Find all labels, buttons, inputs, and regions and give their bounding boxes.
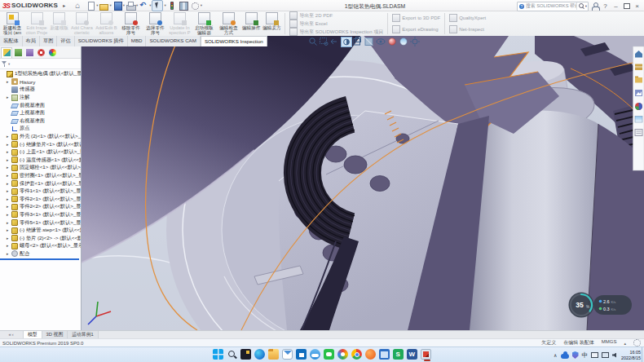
search-icon[interactable] xyxy=(576,2,584,10)
quick-access-button[interactable] xyxy=(73,1,85,11)
tree-item[interactable]: ▸ 零件1<1> (默认<<默认>_显示状态 xyxy=(0,188,81,196)
export-item[interactable]: 导出至 Excel xyxy=(289,20,383,28)
export-item[interactable]: QualityXpert xyxy=(449,14,486,22)
microsoft-store-icon[interactable] xyxy=(296,349,307,360)
tree-item[interactable]: ▸ 密封圈<1> (默认<<默认>_显示状 xyxy=(0,172,81,180)
keyboard-icon[interactable] xyxy=(591,352,598,358)
ribbon-button[interactable]: 启动模板编辑器 xyxy=(192,11,216,36)
export-item[interactable]: Net-Inspect xyxy=(449,25,486,33)
chrome-icon[interactable] xyxy=(351,349,362,360)
section-view-icon[interactable] xyxy=(342,38,352,47)
device-app-icon[interactable] xyxy=(379,349,390,360)
command-tab[interactable]: 评估 xyxy=(57,36,74,46)
tree-item[interactable]: ▸ 外壳 (2)<1> (默认<<默认>_显示状 xyxy=(0,133,81,141)
tree-item[interactable]: ▸ (-) 绝缘垫片<1> (默认<<默认>_显 xyxy=(0,140,81,148)
tree-item[interactable]: ▸ (-) 绝缘管.step<1> (默认<<默认> xyxy=(0,227,81,235)
tree-filter-row[interactable]: ▾ xyxy=(0,59,81,69)
volume-icon[interactable] xyxy=(612,353,616,358)
tree-item[interactable]: 原点 xyxy=(0,125,81,133)
display-tray-icon[interactable] xyxy=(602,352,609,358)
search-dropdown-icon[interactable]: ▾ xyxy=(585,4,587,8)
performance-overlay[interactable]: 2.6 K/s 0.3 K/s 35 % xyxy=(569,293,633,318)
quick-access-button[interactable]: ▾ xyxy=(138,1,151,11)
document-tab[interactable]: 运动算例1 xyxy=(68,331,98,338)
ribbon-button[interactable]: Update Inspection Project xyxy=(168,11,192,36)
clock[interactable]: 16:05 2022/8/15 xyxy=(621,350,641,360)
status-item[interactable]: 欠定义 xyxy=(541,339,556,347)
custom-properties-icon[interactable] xyxy=(635,130,642,136)
windows-start-icon[interactable] xyxy=(213,349,223,360)
view-palette-icon[interactable] xyxy=(635,90,642,96)
ribbon-button[interactable]: 选择零件序号 xyxy=(143,11,167,36)
units-caret-icon[interactable]: ▴ xyxy=(624,341,626,346)
filter-caret-icon[interactable]: ▾ xyxy=(8,62,10,66)
dropdown-caret-icon[interactable]: ▾ xyxy=(201,3,202,7)
restore-button[interactable] xyxy=(621,1,632,11)
green-s-app-icon[interactable] xyxy=(393,349,404,360)
tree-item[interactable]: 传感器 xyxy=(0,86,81,94)
minimize-button[interactable]: – xyxy=(611,2,621,10)
help-button[interactable]: ? xyxy=(600,2,611,10)
edge-browser-icon[interactable] xyxy=(254,349,265,360)
rollback-bar[interactable] xyxy=(0,258,79,260)
export-item[interactable]: 导出至 2D PDF xyxy=(289,11,383,20)
model-geometry[interactable] xyxy=(82,36,644,330)
panel-tab[interactable] xyxy=(24,47,35,58)
panel-tab[interactable] xyxy=(46,47,58,58)
tree-item[interactable]: ▸ 零件3<1> (默认<<默认>_显示状态 xyxy=(0,211,81,219)
ime-language-indicator[interactable]: 中 xyxy=(582,350,589,360)
tab-scroll-arrows[interactable]: «‹ xyxy=(0,331,24,338)
command-tab[interactable]: 装配体 xyxy=(0,36,23,46)
3d-viewport[interactable]: 2.6 K/s 0.3 K/s 35 % xyxy=(82,36,644,330)
status-item[interactable]: 在编辑 装配体 xyxy=(563,339,594,347)
taskbar-search-icon[interactable] xyxy=(227,349,237,360)
quick-access-button[interactable]: ▾ xyxy=(151,0,165,11)
ribbon-button[interactable]: 编辑检查方式 xyxy=(217,11,240,36)
scenes-icon[interactable] xyxy=(635,117,642,123)
document-tab[interactable]: 模型 xyxy=(24,331,42,338)
quick-access-button[interactable] xyxy=(166,1,178,11)
tree-item[interactable]: 右视基准面 xyxy=(0,117,81,126)
document-tab[interactable]: 3D 视图 xyxy=(42,331,68,338)
tree-item[interactable]: ▸ (-) 上盖<1> (默认<<默认>_显示状 xyxy=(0,148,81,157)
tree-item[interactable]: ▸ History xyxy=(0,78,81,86)
file-explorer-icon[interactable] xyxy=(268,349,279,360)
tree-item[interactable]: ▸ 配合 xyxy=(0,250,81,258)
tree-item[interactable]: ▸ 保护套<1> (默认<<默认>_显示状 xyxy=(0,179,81,188)
tree-item[interactable]: ▸ 螺母<2> (默认<<默认>_显示状态 xyxy=(0,242,81,250)
tree-item[interactable]: ▸ 零件5<1> (默认<<默认>_显示状态 xyxy=(0,219,81,227)
ribbon-button[interactable]: 编辑卖方 xyxy=(262,11,281,36)
panel-tab[interactable] xyxy=(35,47,46,58)
quick-access-button[interactable] xyxy=(178,1,189,11)
command-tab[interactable]: SOLIDWORKS 插件 xyxy=(75,36,128,46)
photos-icon[interactable] xyxy=(337,349,348,360)
menu-expander-icon[interactable]: ▸ xyxy=(63,2,65,8)
tree-item[interactable]: ▸ (-) 温度传感器<1> (默认<<默认>_ xyxy=(0,157,81,165)
command-tab[interactable]: 布局 xyxy=(23,36,40,46)
tree-item[interactable]: ▸ 零件2<1> (默认<<默认>_显示状态 xyxy=(0,196,81,204)
quick-access-button[interactable]: ▾ xyxy=(85,1,98,11)
status-item[interactable]: MMGS xyxy=(602,339,617,347)
export-item[interactable]: 导出至 SOLIDWORKS Inspection 项目 xyxy=(289,28,383,36)
command-tab[interactable]: SOLIDWORKS Inspection xyxy=(201,36,267,46)
tray-chevron-up-icon[interactable]: ∧ xyxy=(554,352,557,358)
solidworks-app-icon[interactable] xyxy=(421,349,431,360)
ribbon-button[interactable]: 编辑操作 xyxy=(241,11,261,36)
tree-item[interactable]: ▸ 注解 xyxy=(0,94,81,102)
ribbon-button[interactable]: 新建检查项目 (amp;N) xyxy=(1,11,24,36)
command-tab[interactable]: SOLIDWORKS CAM xyxy=(146,36,200,46)
close-button[interactable]: × xyxy=(632,2,642,10)
export-item[interactable]: Export eDrawing xyxy=(392,25,440,33)
tree-item[interactable]: ▸ 零件2<2> (默认<<默认>_显示状态 xyxy=(0,203,81,211)
defender-shield-icon[interactable] xyxy=(572,351,579,359)
quick-access-button[interactable]: ▾ xyxy=(112,1,125,11)
edit-appearance-icon[interactable] xyxy=(389,38,395,45)
quick-access-button[interactable]: ▾ xyxy=(189,1,202,11)
help-search-box[interactable]: ? 搜索 SOLIDWORKS 帮助 ▾ xyxy=(517,2,589,11)
quick-access-button[interactable]: ▾ xyxy=(98,1,111,11)
ribbon-button[interactable]: 新建模板 xyxy=(50,11,69,36)
dark-app-icon[interactable] xyxy=(240,349,251,360)
apply-scene-icon[interactable] xyxy=(400,38,407,45)
mail-icon[interactable] xyxy=(282,349,293,360)
app-logo[interactable]: 3S SOLIDWORKS ▸ xyxy=(2,2,68,10)
